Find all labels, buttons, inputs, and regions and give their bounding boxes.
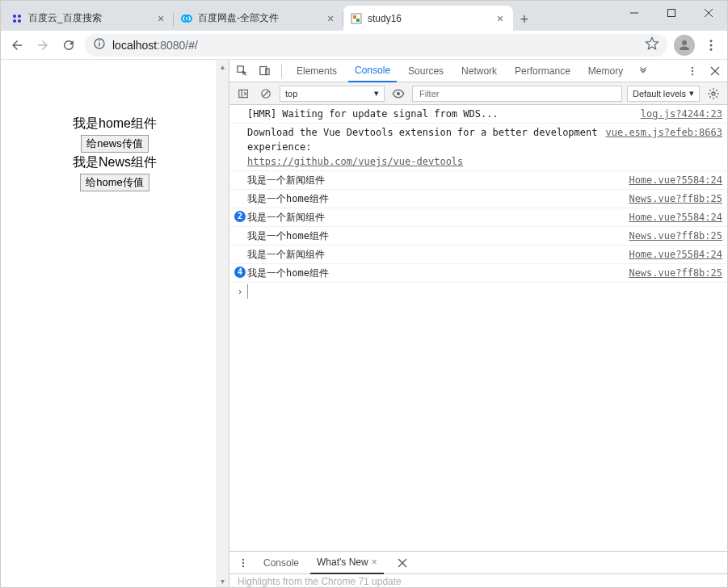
log-message: 我是一个home组件 [247, 191, 621, 206]
svg-point-36 [242, 565, 244, 566]
reload-button[interactable] [59, 36, 78, 55]
console-log-row[interactable]: 我是一个新闻组件 Home.vue?5584:24 [229, 246, 727, 264]
inspect-element-icon[interactable] [233, 62, 250, 80]
device-toolbar-icon[interactable] [255, 62, 273, 80]
console-sidebar-toggle-icon[interactable] [234, 85, 252, 103]
devtools-menu-icon[interactable] [684, 62, 701, 80]
drawer-tab-console[interactable]: Console [257, 552, 305, 574]
news-component-label: 我是News组件 [1, 153, 229, 172]
send-to-home-button[interactable]: 给home传值 [80, 174, 149, 191]
log-message: [HMR] Waiting for update signal from WDS… [247, 107, 633, 121]
drawer-tabs: Console What's New × [229, 552, 727, 574]
live-expression-icon[interactable] [389, 85, 407, 103]
svg-point-23 [692, 66, 693, 68]
repeat-badge: 4 [234, 267, 246, 278]
log-message: 我是一个新闻组件 [247, 247, 621, 262]
tab-close-icon[interactable]: × [324, 12, 337, 25]
browser-tab-2[interactable]: study16 × [343, 6, 513, 31]
console-settings-icon[interactable] [705, 85, 722, 103]
console-output[interactable]: [HMR] Waiting for update signal from WDS… [229, 105, 727, 551]
svg-point-25 [692, 73, 693, 74]
svg-point-35 [242, 561, 244, 563]
devtools-panel: Elements Console Sources Network Perform… [229, 60, 727, 587]
address-bar[interactable]: localhost:8080/#/ [85, 34, 667, 57]
maximize-button[interactable] [653, 1, 690, 25]
content-split: 我是home组件 给news传值 我是News组件 给home传值 ▴ ▾ [1, 60, 727, 587]
console-log-row[interactable]: 我是一个home组件 News.vue?ff8b:25 [229, 227, 727, 246]
devtools-tab-network[interactable]: Network [455, 60, 503, 82]
log-message: Download the Vue Devtools extension for … [247, 125, 598, 169]
console-log-row[interactable]: [HMR] Waiting for update signal from WDS… [229, 105, 727, 124]
devtools-tab-memory[interactable]: Memory [582, 60, 629, 82]
log-message: 我是一个新闻组件 [247, 210, 621, 225]
browser-tab-1[interactable]: 百度网盘-全部文件 × [174, 6, 343, 31]
drawer-tab-label: What's New [317, 556, 368, 568]
log-source[interactable]: Home.vue?5584:24 [621, 173, 722, 187]
page-viewport: 我是home组件 给news传值 我是News组件 给home传值 ▴ ▾ [1, 60, 229, 587]
log-source[interactable]: vue.esm.js?efeb:8663 [598, 125, 723, 140]
console-prompt[interactable]: › [229, 283, 727, 300]
repeat-badge: 2 [234, 211, 246, 222]
svg-rect-1 [668, 10, 675, 17]
log-source[interactable]: Home.vue?5584:24 [621, 210, 722, 225]
log-source[interactable]: Home.vue?5584:24 [621, 247, 722, 262]
devtools-tab-elements[interactable]: Elements [290, 60, 343, 82]
chrome-menu-button[interactable] [701, 36, 721, 55]
page-scrollbar[interactable]: ▴ ▾ [216, 60, 229, 587]
console-log-row[interactable]: Download the Vue Devtools extension for … [229, 124, 727, 171]
app-icon [350, 12, 363, 25]
tab-title: 百度网盘-全部文件 [198, 11, 319, 25]
console-log-row[interactable]: 4 我是一个home组件 News.vue?ff8b:25 [229, 264, 727, 283]
console-log-row[interactable]: 2 我是一个新闻组件 Home.vue?5584:24 [229, 208, 727, 227]
more-tabs-icon[interactable] [634, 62, 652, 80]
drawer-body: Highlights from the Chrome 71 update [229, 574, 727, 587]
close-button[interactable] [690, 1, 727, 25]
console-log-row[interactable]: 我是一个新闻组件 Home.vue?5584:24 [229, 171, 727, 190]
devtools-tab-console[interactable]: Console [348, 60, 397, 82]
log-source[interactable]: log.js?4244:23 [633, 107, 722, 121]
back-button[interactable] [7, 36, 27, 55]
log-level-select[interactable]: Default levels ▾ [627, 86, 700, 102]
log-message: 我是一个home组件 [247, 266, 621, 280]
context-select[interactable]: top ▾ [280, 86, 385, 102]
new-tab-button[interactable]: + [513, 8, 536, 31]
drawer-close-icon[interactable] [393, 554, 411, 572]
window-controls [616, 1, 727, 25]
send-to-news-button[interactable]: 给news传值 [81, 135, 148, 153]
profile-avatar[interactable] [674, 35, 695, 56]
scroll-track[interactable] [216, 73, 229, 574]
log-level-value: Default levels [633, 89, 686, 99]
console-input[interactable] [247, 284, 722, 299]
tab-close-icon[interactable]: × [494, 12, 507, 25]
svg-rect-15 [99, 40, 99, 41]
svg-point-32 [397, 92, 400, 95]
baidu-icon [11, 12, 23, 25]
log-source[interactable]: News.vue?ff8b:25 [621, 191, 722, 206]
bookmark-icon[interactable] [645, 36, 659, 53]
devtools-link[interactable]: https://github.com/vuejs/vue-devtools [247, 156, 463, 167]
log-source[interactable]: News.vue?ff8b:25 [621, 266, 722, 280]
devtools-tab-sources[interactable]: Sources [402, 60, 450, 82]
drawer-tab-whats-new[interactable]: What's New × [310, 552, 384, 574]
devtools-close-icon[interactable] [706, 62, 724, 80]
site-info-icon[interactable] [93, 37, 106, 52]
baidu-pan-icon [180, 12, 193, 25]
devtools-tab-performance[interactable]: Performance [508, 60, 577, 82]
tab-close-icon[interactable]: × [154, 12, 167, 25]
browser-tab-0[interactable]: 百度云_百度搜索 × [4, 6, 174, 31]
console-filter-input[interactable] [412, 86, 622, 102]
scroll-down-icon[interactable]: ▾ [216, 574, 229, 587]
clear-console-icon[interactable] [257, 85, 275, 103]
svg-point-33 [712, 92, 715, 95]
devtools-tabs: Elements Console Sources Network Perform… [229, 60, 727, 82]
scroll-up-icon[interactable]: ▴ [216, 60, 229, 73]
tab-title: study16 [368, 13, 489, 24]
chevron-down-icon: ▾ [374, 88, 379, 99]
drawer-tab-close-icon[interactable]: × [372, 556, 377, 568]
drawer-menu-icon[interactable] [234, 554, 252, 572]
log-source[interactable]: News.vue?ff8b:25 [621, 229, 722, 243]
filter-field[interactable] [418, 88, 616, 99]
forward-button[interactable] [33, 36, 53, 55]
minimize-button[interactable] [616, 1, 653, 25]
console-log-row[interactable]: 我是一个home组件 News.vue?ff8b:25 [229, 190, 727, 208]
